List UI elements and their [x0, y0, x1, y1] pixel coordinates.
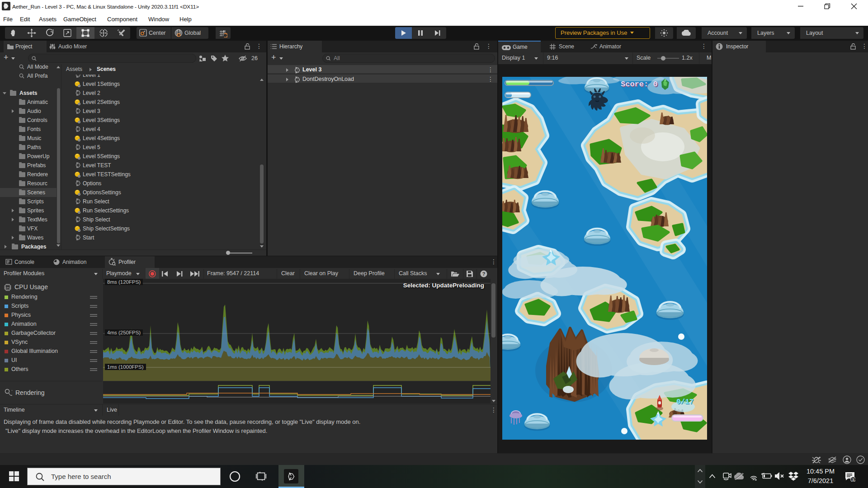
- svg-text:?: ?: [482, 271, 486, 277]
- svg-text:Score: 0: Score: 0: [621, 80, 658, 89]
- svg-text:0/17: 0/17: [676, 398, 693, 406]
- svg-text:3: 3: [852, 478, 854, 482]
- svg-text:CPU: CPU: [5, 286, 10, 289]
